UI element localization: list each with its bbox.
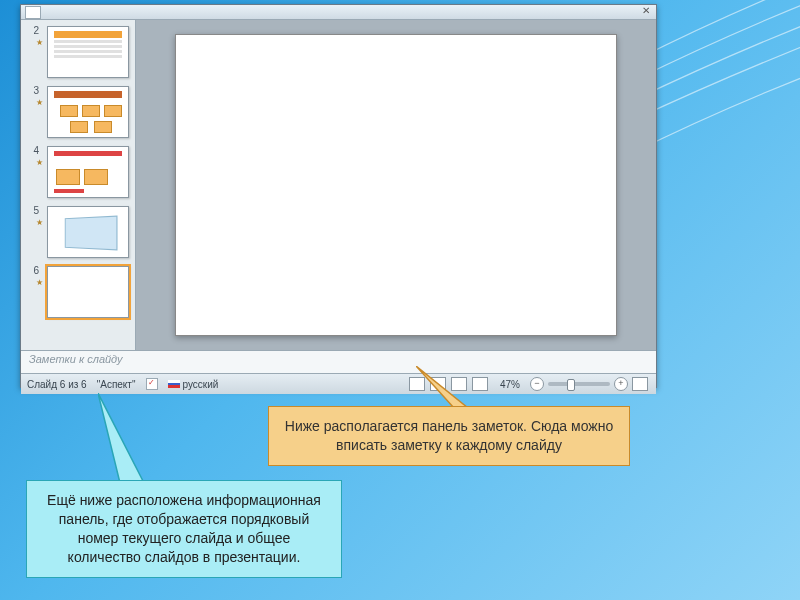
slide-editor-area[interactable] [136,20,656,350]
language-label: русский [183,379,219,390]
animation-star-icon: ★ [36,38,43,47]
thumbnail-row[interactable]: 2 ★ [21,24,135,84]
zoom-slider-thumb[interactable] [567,379,575,391]
animation-star-icon: ★ [36,98,43,107]
slide-counter: Слайд 6 из 6 [27,379,87,390]
spellcheck-icon [146,378,158,390]
callout-text: Ещё ниже расположена информационная пане… [47,492,321,565]
thumb-number: 3 [25,86,39,96]
thumb-number: 2 [25,26,39,36]
callout-notes-panel: Ниже располагается панель заметок. Сюда … [268,406,630,466]
flag-icon [168,380,180,388]
zoom-percent[interactable]: 47% [500,379,520,390]
thumb-number-col: 6 ★ [25,266,43,287]
slide-thumbnail-4[interactable] [47,146,129,198]
animation-star-icon: ★ [36,278,43,287]
fit-to-window-button[interactable] [632,377,648,391]
thumb-number: 5 [25,206,39,216]
thumb-number: 6 [25,266,39,276]
zoom-in-button[interactable]: + [614,377,628,391]
thumb-number-col: 4 ★ [25,146,43,167]
status-bar: Слайд 6 из 6 "Аспект" русский 47% − + [21,373,656,394]
language-indicator[interactable]: русский [168,379,219,390]
thumb-number-col: 3 ★ [25,86,43,107]
zoom-slider[interactable] [548,382,610,386]
slide-thumbnail-2[interactable] [47,26,129,78]
callout-tail-cyan [98,393,168,491]
animation-star-icon: ★ [36,218,43,227]
powerpoint-window: ✕ 2 ★ 3 ★ [20,4,657,388]
tab-strip: ✕ [21,5,656,20]
slide-thumbnail-3[interactable] [47,86,129,138]
window-body: 2 ★ 3 ★ [21,20,656,350]
thumb-number-col: 5 ★ [25,206,43,227]
outline-tab[interactable] [25,6,41,19]
spellcheck-indicator[interactable] [146,378,158,390]
thumbnail-row[interactable]: 6 ★ [21,264,135,324]
thumbnail-row[interactable]: 5 ★ [21,204,135,264]
thumb-number: 4 [25,146,39,156]
svg-marker-0 [416,366,468,408]
close-pane-icon[interactable]: ✕ [642,5,650,16]
current-slide-canvas[interactable] [175,34,617,336]
slide-thumbnail-6[interactable] [47,266,129,318]
thumb-number-col: 2 ★ [25,26,43,47]
svg-marker-1 [98,393,144,483]
slide-thumbnail-panel[interactable]: 2 ★ 3 ★ [21,20,136,350]
notes-placeholder: Заметки к слайду [29,353,123,365]
animation-star-icon: ★ [36,158,43,167]
callout-text: Ниже располагается панель заметок. Сюда … [285,418,613,453]
callout-status-bar: Ещё ниже расположена информационная пане… [26,480,342,578]
thumbnail-row[interactable]: 4 ★ [21,144,135,204]
thumbnail-row[interactable]: 3 ★ [21,84,135,144]
theme-name: "Аспект" [97,379,136,390]
slide-thumbnail-5[interactable] [47,206,129,258]
zoom-out-button[interactable]: − [530,377,544,391]
notes-panel[interactable]: Заметки к слайду [21,350,656,373]
